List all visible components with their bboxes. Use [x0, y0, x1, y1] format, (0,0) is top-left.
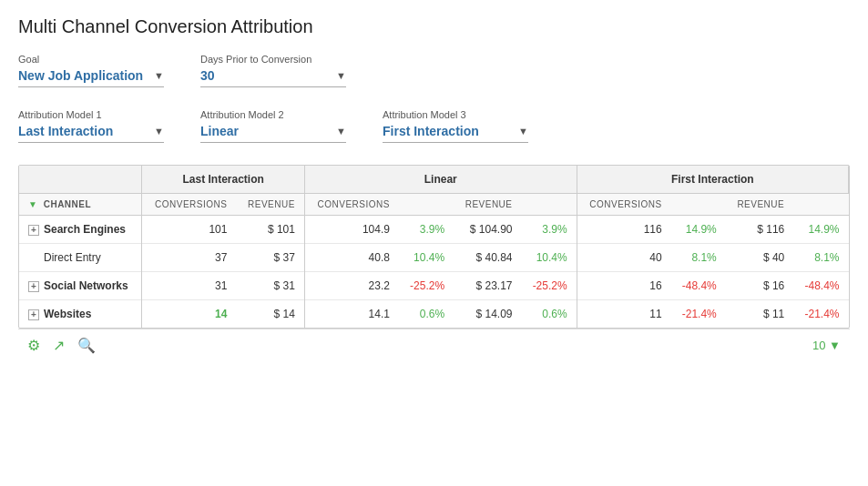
last-revenue: $ 37	[236, 244, 304, 272]
model1-dropdown[interactable]: Last Interaction ▼	[18, 124, 164, 143]
goal-value: New Job Application	[18, 68, 148, 83]
linear-rev-pct: 10.4%	[522, 244, 577, 272]
goal-control: Goal New Job Application ▼	[18, 54, 164, 87]
first-conv-pct: 8.1%	[671, 244, 726, 272]
first-conv-pct: -21.4%	[671, 300, 726, 329]
first-revenue: $ 16	[726, 272, 793, 300]
model3-dropdown[interactable]: First Interaction ▼	[383, 124, 528, 143]
channel-name: +Websites	[19, 300, 142, 329]
first-revenue: $ 11	[726, 300, 793, 329]
last-revenue: $ 14	[236, 300, 304, 329]
model3-header: First Interaction	[577, 166, 848, 194]
last-conversions: 101	[142, 216, 237, 244]
table-footer: ⚙ ↗ 🔍 10 ▼	[18, 329, 850, 361]
search-icon[interactable]: 🔍	[77, 337, 96, 354]
last-conversions: 14	[142, 300, 237, 329]
table-row: +Websites 14 $ 14 14.1 0.6% $ 14.09 0.6%…	[19, 300, 849, 329]
first-rev-pct: 14.9%	[793, 216, 848, 244]
table-row: Direct Entry 37 $ 37 40.8 10.4% $ 40.84 …	[19, 244, 849, 272]
linear-conversions: 23.2	[304, 272, 399, 300]
table-row: +Search Engines 101 $ 101 104.9 3.9% $ 1…	[19, 216, 849, 244]
linear-conversions: 14.1	[304, 300, 399, 329]
last-conversions: 31	[142, 272, 237, 300]
linear-conv-pct: 0.6%	[399, 300, 454, 329]
model3-label: Attribution Model 3	[383, 109, 528, 120]
linear-conv-pct: -25.2%	[399, 272, 454, 300]
days-dropdown[interactable]: 30 ▼	[200, 68, 346, 87]
goal-label: Goal	[18, 54, 164, 65]
days-value: 30	[200, 68, 331, 83]
linear-conv-pct: 3.9%	[399, 216, 454, 244]
last-conversions: 37	[142, 244, 237, 272]
model2-label: Attribution Model 2	[200, 109, 346, 120]
gear-icon[interactable]: ⚙	[27, 337, 40, 354]
model2-header: Linear	[304, 166, 577, 194]
channel-col-header[interactable]: ▼ CHANNEL	[19, 194, 142, 216]
first-conversions: 11	[577, 300, 671, 329]
linear-revenue: $ 40.84	[454, 244, 521, 272]
days-arrow: ▼	[336, 70, 346, 81]
model1-value: Last Interaction	[18, 124, 148, 138]
model1-arrow: ▼	[154, 126, 164, 137]
model2-control: Attribution Model 2 Linear ▼	[200, 109, 346, 143]
data-table: Last Interaction Linear First Interactio…	[18, 165, 850, 329]
first-rev-pct-header	[793, 194, 848, 216]
linear-conv-pct-header	[399, 194, 454, 216]
footer-actions: ⚙ ↗ 🔍	[27, 337, 96, 354]
channel-name: +Search Engines	[19, 216, 142, 244]
linear-rev-pct: -25.2%	[522, 272, 577, 300]
linear-revenue: $ 23.17	[454, 272, 521, 300]
linear-revenue-header: REVENUE	[454, 194, 521, 216]
first-conversions-header: CONVERSIONS	[577, 194, 671, 216]
first-conversions: 116	[577, 216, 671, 244]
empty-header	[19, 166, 142, 194]
model3-control: Attribution Model 3 First Interaction ▼	[383, 109, 528, 143]
linear-conversions: 40.8	[304, 244, 399, 272]
linear-revenue: $ 14.09	[454, 300, 521, 329]
first-conversions: 40	[577, 244, 671, 272]
table-row: +Social Networks 31 $ 31 23.2 -25.2% $ 2…	[19, 272, 849, 300]
last-revenue: $ 31	[236, 272, 304, 300]
linear-rev-pct-header	[522, 194, 577, 216]
export-icon[interactable]: ↗	[53, 337, 65, 354]
first-revenue: $ 40	[726, 244, 793, 272]
last-revenue: $ 101	[236, 216, 304, 244]
model1-header: Last Interaction	[142, 166, 305, 194]
expand-icon[interactable]: +	[28, 281, 39, 292]
first-revenue-header: REVENUE	[726, 194, 793, 216]
pagination-control[interactable]: 10 ▼	[812, 339, 841, 352]
first-rev-pct: -21.4%	[793, 300, 848, 329]
linear-conversions: 104.9	[304, 216, 399, 244]
expand-icon[interactable]: +	[28, 225, 39, 236]
model2-arrow: ▼	[336, 126, 346, 137]
model3-value: First Interaction	[383, 124, 513, 138]
first-conversions: 16	[577, 272, 671, 300]
model3-arrow: ▼	[518, 126, 528, 137]
first-revenue: $ 116	[726, 216, 793, 244]
last-revenue-header: REVENUE	[236, 194, 304, 216]
model2-value: Linear	[200, 124, 331, 138]
first-rev-pct: 8.1%	[793, 244, 848, 272]
first-conv-pct-header	[671, 194, 726, 216]
model1-label: Attribution Model 1	[18, 109, 164, 120]
last-conversions-header[interactable]: CONVERSIONS	[142, 194, 237, 216]
linear-rev-pct: 0.6%	[522, 300, 577, 329]
model2-dropdown[interactable]: Linear ▼	[200, 124, 346, 143]
first-rev-pct: -48.4%	[793, 272, 848, 300]
linear-revenue: $ 104.90	[454, 216, 521, 244]
sort-icon: ▼	[28, 199, 37, 209]
days-label: Days Prior to Conversion	[200, 54, 346, 65]
channel-name: +Social Networks	[19, 272, 142, 300]
goal-arrow: ▼	[154, 70, 164, 81]
goal-dropdown[interactable]: New Job Application ▼	[18, 68, 164, 87]
expand-icon[interactable]: +	[28, 309, 39, 320]
linear-conversions-header: CONVERSIONS	[304, 194, 399, 216]
days-control: Days Prior to Conversion 30 ▼	[200, 54, 346, 87]
page-title: Multi Channel Conversion Attribution	[18, 16, 850, 37]
linear-conv-pct: 10.4%	[399, 244, 454, 272]
channel-name: Direct Entry	[19, 244, 142, 272]
linear-rev-pct: 3.9%	[522, 216, 577, 244]
model1-control: Attribution Model 1 Last Interaction ▼	[18, 109, 164, 143]
first-conv-pct: -48.4%	[671, 272, 726, 300]
first-conv-pct: 14.9%	[671, 216, 726, 244]
